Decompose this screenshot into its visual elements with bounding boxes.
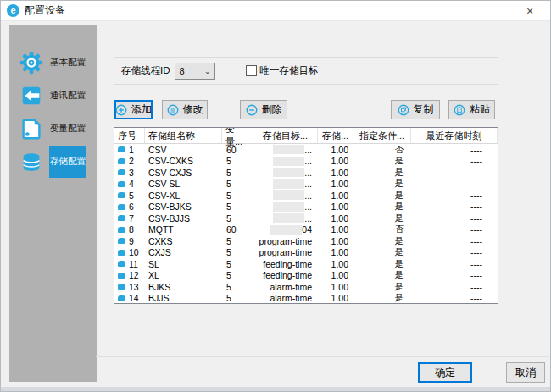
titlebar: e 配置设备 ×	[1, 1, 550, 21]
table-row[interactable]: 4CSV-SL5...1.00是----	[114, 179, 498, 190]
cell-storage-target: ...	[253, 144, 318, 156]
cell-index: 1	[114, 144, 145, 156]
sidebar-item-storage[interactable]: 存储配置	[9, 145, 97, 178]
modify-button[interactable]: 修改	[162, 100, 208, 119]
close-icon[interactable]: ×	[521, 3, 538, 19]
cancel-button[interactable]: 取消	[506, 362, 545, 383]
table-row[interactable]: 3CSV-CXJS5...1.00是----	[114, 167, 498, 179]
cell-variable-count: 5	[222, 167, 253, 179]
cell-index: 13	[114, 281, 145, 293]
table-row[interactable]: 2CSV-CXKS5...1.00是----	[114, 156, 498, 168]
cell-index: 12	[114, 270, 145, 282]
table-row[interactable]: 7CSV-BJJS5...1.00是----	[114, 213, 498, 224]
unique-target-checkbox-wrap[interactable]: 唯一存储目标	[246, 64, 319, 77]
sidebar-item-variable[interactable]: 变量配置	[9, 112, 97, 145]
cell-group-name: CSV-BJKS	[145, 202, 222, 213]
sidebar-item-basic[interactable]: 基本配置	[9, 46, 97, 79]
redacted-value	[273, 190, 304, 200]
import-icon	[19, 83, 44, 108]
sidebar: 基本配置 通讯配置变量配置 存储配置	[9, 25, 97, 382]
column-header[interactable]: 存储组名称	[145, 128, 222, 143]
table-row[interactable]: 5CSV-XL5...1.00是----	[114, 190, 498, 202]
sidebar-item-comm[interactable]: 通讯配置	[9, 79, 97, 112]
delete-button[interactable]: 删除	[240, 100, 287, 119]
cell-last-storage-time: ----	[411, 179, 498, 190]
cell-last-storage-time: ----	[411, 258, 498, 270]
cell-group-name: MQTT	[145, 224, 222, 236]
cell-storage-interval: 1.00	[318, 190, 353, 202]
cell-storage-interval: 1.00	[318, 235, 353, 247]
cell-group-name: XL	[145, 270, 222, 282]
column-header[interactable]: 存储...	[318, 128, 353, 143]
cell-variable-count: 5	[222, 293, 253, 305]
copy-button[interactable]: 复制	[391, 100, 440, 119]
storage-group-icon	[118, 284, 125, 290]
table-row[interactable]: 11SL5feeding-time1.00是----	[114, 258, 498, 270]
column-header[interactable]: 存储目标...	[253, 128, 318, 143]
add-button-label: 添加	[131, 102, 152, 117]
cell-last-storage-time: ----	[411, 270, 498, 282]
cell-condition: 是	[353, 247, 411, 259]
modify-button-label: 修改	[183, 102, 203, 117]
cell-last-storage-time: ----	[411, 224, 498, 236]
redacted-value	[273, 202, 304, 212]
table-row[interactable]: 13BJKS5alarm-time1.00是----	[114, 281, 498, 293]
cell-condition: 是	[353, 258, 411, 270]
cell-storage-interval: 1.00	[318, 293, 353, 305]
table-row[interactable]: 1CSV60...1.00否----	[114, 144, 498, 156]
cell-group-name: CSV-CXKS	[145, 156, 222, 168]
cell-last-storage-time: ----	[411, 293, 498, 305]
table-row[interactable]: 6CSV-BJKS5...1.00是----	[114, 202, 498, 213]
column-header[interactable]: 最近存储时刻	[411, 128, 498, 143]
cell-condition: 否	[353, 224, 411, 236]
paste-button[interactable]: 粘贴	[448, 100, 495, 119]
cell-storage-target: ...	[253, 213, 318, 224]
table-header-row: 序号存储组名称变量...存储目标...存储...指定条件...最近存储时刻	[114, 128, 498, 144]
column-header[interactable]: 变量...	[222, 128, 253, 143]
cell-storage-target: ...	[253, 156, 318, 168]
storage-group-icon	[118, 227, 125, 233]
cell-last-storage-time: ----	[411, 247, 498, 259]
cell-index: 3	[114, 167, 145, 179]
storage-table-body: 1CSV60...1.00否----2CSV-CXKS5...1.00是----…	[114, 144, 498, 304]
cell-storage-interval: 1.00	[318, 167, 353, 179]
table-row[interactable]: 10CXJS5program-time1.00是----	[114, 247, 498, 259]
add-button[interactable]: 添加	[114, 100, 153, 119]
thread-id-label: 存储线程ID	[121, 64, 170, 77]
table-row[interactable]: 9CXKS5program-time1.00是----	[114, 235, 498, 247]
cell-storage-target: program-time	[253, 247, 318, 259]
cell-group-name: CSV	[145, 144, 222, 156]
column-header[interactable]: 序号	[114, 128, 145, 143]
storage-group-icon	[118, 295, 125, 301]
thread-id-select[interactable]: 8 ⌄	[175, 63, 215, 80]
table-row[interactable]: 8MQTT60041.00否----	[114, 224, 498, 236]
cell-condition: 是	[353, 235, 411, 247]
cell-index: 6	[114, 202, 145, 213]
storage-group-icon	[118, 250, 125, 256]
footer-divider	[96, 356, 549, 357]
cell-storage-target: feeding-time	[253, 270, 318, 282]
cell-condition: 是	[353, 190, 411, 202]
table-row[interactable]: 14BJJS5alarm-time1.00是----	[114, 293, 498, 305]
sidebar-item-label: 通讯配置	[49, 80, 86, 112]
cell-storage-interval: 1.00	[318, 179, 353, 190]
unique-target-checkbox[interactable]	[246, 65, 257, 76]
cell-last-storage-time: ----	[411, 235, 498, 247]
cell-condition: 是	[353, 179, 411, 190]
cell-storage-target: ...	[253, 179, 318, 190]
cell-variable-count: 5	[222, 156, 253, 168]
storage-group-icon	[118, 158, 125, 164]
cell-group-name: CXKS	[145, 235, 222, 247]
column-header[interactable]: 指定条件...	[353, 128, 411, 143]
cell-storage-target: feeding-time	[253, 258, 318, 270]
ok-button[interactable]: 确定	[418, 362, 472, 383]
plus-circle-icon	[115, 104, 127, 116]
cell-storage-interval: 1.00	[318, 258, 353, 270]
cell-variable-count: 60	[222, 224, 253, 236]
table-row[interactable]: 12XL5feeding-time1.00是----	[114, 270, 498, 282]
storage-group-icon	[118, 215, 125, 221]
cell-storage-interval: 1.00	[318, 247, 353, 259]
cell-index: 2	[114, 156, 145, 168]
edit-list-circle-icon	[167, 104, 179, 116]
cell-group-name: CXJS	[145, 247, 222, 259]
